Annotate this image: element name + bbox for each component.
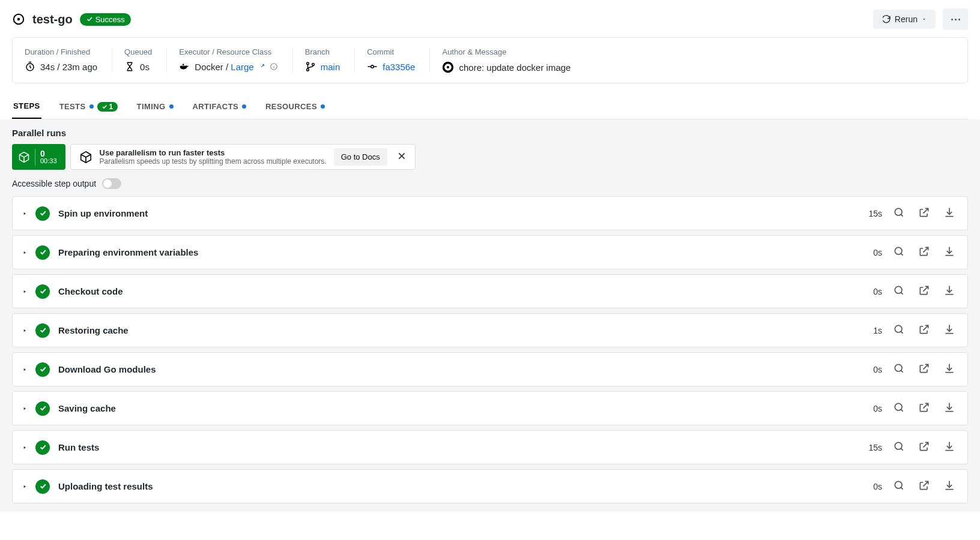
avatar-icon	[442, 61, 454, 73]
accessible-output-toggle[interactable]	[102, 178, 121, 189]
accessible-output-label: Accessible step output	[12, 179, 96, 188]
download-icon	[943, 284, 955, 296]
download-step-button[interactable]	[941, 399, 958, 418]
search-step-button[interactable]	[891, 438, 907, 457]
step-row[interactable]: Restoring cache 1s	[12, 313, 968, 347]
success-icon	[35, 440, 50, 455]
tab-dot-icon	[321, 104, 325, 109]
search-step-button[interactable]	[891, 282, 907, 301]
close-info-button[interactable]	[395, 149, 409, 165]
external-link-icon	[259, 64, 265, 70]
svg-point-20	[895, 403, 902, 410]
search-icon	[893, 401, 905, 413]
go-to-docs-button[interactable]: Go to Docs	[334, 148, 387, 166]
step-name: Download Go modules	[58, 364, 865, 374]
download-step-button[interactable]	[941, 321, 958, 340]
svg-point-18	[895, 325, 902, 332]
rerun-button[interactable]: Rerun	[873, 10, 936, 29]
svg-point-10	[312, 63, 314, 65]
external-link-icon	[918, 440, 930, 452]
step-name: Saving cache	[58, 403, 865, 413]
download-step-button[interactable]	[941, 438, 958, 457]
expand-icon	[22, 289, 27, 294]
step-row[interactable]: Run tests 15s	[12, 430, 968, 464]
svg-point-8	[306, 62, 309, 65]
success-icon	[35, 362, 50, 377]
download-step-button[interactable]	[941, 204, 958, 223]
success-icon	[35, 245, 50, 260]
open-step-button[interactable]	[916, 477, 933, 496]
parallel-run-chip[interactable]: 0 00:33	[12, 144, 65, 170]
tab-tests[interactable]: TESTS 1	[58, 95, 119, 119]
download-icon	[943, 440, 955, 452]
download-step-button[interactable]	[941, 243, 958, 262]
chevron-down-icon	[921, 16, 927, 22]
more-actions-button[interactable]	[943, 8, 968, 30]
resource-class-link[interactable]: Large	[231, 62, 253, 72]
step-name: Restoring cache	[58, 325, 865, 335]
branch-link[interactable]: main	[321, 62, 340, 72]
step-row[interactable]: Download Go modules 0s	[12, 352, 968, 386]
open-step-button[interactable]	[916, 438, 933, 457]
step-row[interactable]: Spin up environment 15s	[12, 196, 968, 230]
search-icon	[893, 284, 905, 296]
download-step-button[interactable]	[941, 282, 958, 301]
open-step-button[interactable]	[916, 204, 933, 223]
step-name: Preparing environment variables	[58, 247, 865, 257]
open-step-button[interactable]	[916, 321, 933, 340]
success-icon	[35, 401, 50, 416]
svg-point-16	[895, 247, 902, 254]
download-step-button[interactable]	[941, 360, 958, 379]
open-step-button[interactable]	[916, 243, 933, 262]
search-step-button[interactable]	[891, 321, 907, 340]
search-icon	[893, 245, 905, 257]
external-link-icon	[918, 323, 930, 335]
download-icon	[943, 362, 955, 374]
tab-steps[interactable]: STEPS	[12, 94, 41, 119]
job-name: test-go	[32, 13, 73, 26]
commit-link[interactable]: fa3356e	[383, 62, 415, 72]
success-icon	[35, 206, 50, 221]
tab-artifacts[interactable]: ARTIFACTS	[192, 95, 248, 118]
tab-dot-icon	[242, 104, 246, 109]
docker-icon	[179, 61, 190, 72]
step-row[interactable]: Uploading test results 0s	[12, 469, 968, 503]
stopwatch-icon	[25, 61, 35, 72]
tab-timing[interactable]: TIMING	[136, 95, 175, 118]
step-row[interactable]: Preparing environment variables 0s	[12, 235, 968, 269]
svg-point-15	[895, 208, 902, 215]
svg-point-14	[447, 66, 449, 68]
expand-icon	[22, 367, 27, 372]
open-step-button[interactable]	[916, 399, 933, 418]
job-meta-card: Duration / Finished 34s / 23m ago Queued…	[12, 37, 968, 83]
meta-commit: Commit fa3356e	[367, 47, 430, 73]
expand-icon	[22, 406, 27, 411]
tab-dot-icon	[169, 104, 174, 109]
search-step-button[interactable]	[891, 399, 907, 418]
svg-point-19	[895, 364, 902, 371]
svg-point-9	[306, 68, 309, 71]
expand-icon	[22, 445, 27, 450]
search-step-button[interactable]	[891, 204, 907, 223]
step-duration: 15s	[868, 443, 882, 452]
search-icon	[893, 362, 905, 374]
open-step-button[interactable]	[916, 282, 933, 301]
search-step-button[interactable]	[891, 243, 907, 262]
search-step-button[interactable]	[891, 477, 907, 496]
info-icon[interactable]	[270, 62, 278, 71]
step-row[interactable]: Checkout code 0s	[12, 274, 968, 308]
download-step-button[interactable]	[941, 477, 958, 496]
svg-point-1	[17, 18, 20, 21]
search-step-button[interactable]	[891, 360, 907, 379]
box-icon	[79, 151, 92, 164]
tab-resources[interactable]: RESOURCES	[264, 95, 326, 118]
step-duration: 0s	[873, 248, 882, 257]
meta-queued: Queued 0s	[124, 47, 167, 73]
tests-count-badge: 1	[97, 102, 118, 112]
step-row[interactable]: Saving cache 0s	[12, 391, 968, 425]
success-icon	[35, 323, 50, 338]
check-icon	[86, 16, 93, 23]
open-step-button[interactable]	[916, 360, 933, 379]
step-duration: 0s	[873, 482, 882, 491]
svg-point-17	[895, 286, 902, 293]
